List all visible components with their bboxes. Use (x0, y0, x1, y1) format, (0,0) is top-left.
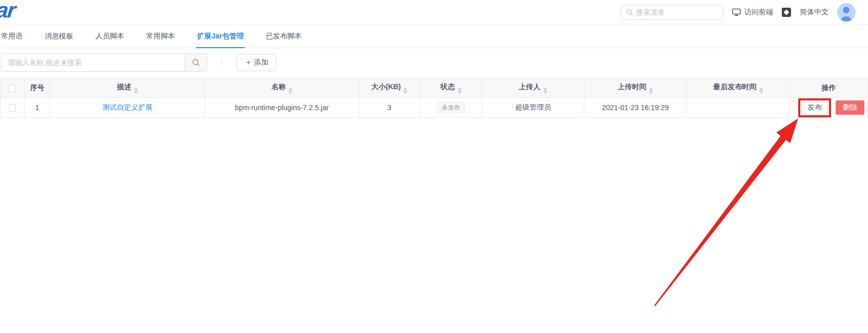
row-checkbox[interactable] (9, 105, 16, 112)
filter-search-input[interactable] (1, 53, 185, 72)
tab-common-phrases[interactable]: 常用语 (1, 25, 23, 48)
table-header-row: 序号 描述 名称 大小(KB) 状态 上传人 上传时间 (1, 78, 868, 98)
avatar-body-shape (840, 16, 852, 22)
menu-search-box[interactable] (621, 5, 723, 20)
sort-icon[interactable] (403, 88, 407, 94)
column-header-size: 大小(KB) (359, 78, 420, 98)
tab-extension-jar-management[interactable]: 扩展Jar包管理 (197, 25, 244, 48)
tab-common-scripts[interactable]: 常用脚本 (146, 25, 175, 48)
select-all-checkbox[interactable] (9, 85, 16, 92)
row-actions-cell: 发布删除 (790, 98, 868, 118)
column-header-name: 名称 (205, 78, 359, 98)
column-label: 状态 (441, 82, 455, 91)
row-uploader-cell: 超级管理员 (482, 98, 584, 118)
sort-icon[interactable] (134, 88, 138, 94)
column-label: 大小(KB) (371, 82, 401, 91)
sort-icon[interactable] (458, 88, 462, 94)
select-all-cell (1, 78, 25, 98)
visit-frontend-label: 访问前端 (744, 8, 773, 17)
column-header-index: 序号 (25, 78, 50, 98)
delete-button[interactable]: 删除 (836, 100, 864, 115)
filter-search-button[interactable] (185, 53, 207, 72)
menu-search-input[interactable] (636, 8, 718, 16)
top-bar: ar 访问前端 简体中文 (0, 0, 868, 25)
toolbar-divider (222, 59, 222, 67)
jar-package-table: 序号 描述 名称 大小(KB) 状态 上传人 上传时间 (0, 78, 868, 118)
column-label: 名称 (271, 82, 286, 91)
tab-personnel-scripts[interactable]: 人员脚本 (95, 25, 124, 48)
language-switcher[interactable]: 简体中文 (800, 8, 828, 17)
row-name-cell: bpm-runtime-plugins-7.2.5.jar (205, 98, 359, 118)
row-status-cell: 未发布 (420, 98, 482, 118)
column-label: 上传时间 (618, 82, 646, 91)
column-header-last-publish-time: 最后发布时间 (687, 78, 790, 98)
column-header-upload-time: 上传时间 (584, 78, 687, 98)
search-icon (192, 58, 200, 67)
row-size-cell: 3 (359, 98, 420, 118)
tab-published-scripts[interactable]: 已发布脚本 (266, 25, 302, 48)
row-select-cell (1, 98, 25, 118)
row-description-cell: 测试自定义扩展 (50, 98, 205, 118)
search-icon (626, 9, 633, 16)
language-label: 简体中文 (800, 8, 828, 17)
app-logo: ar (0, 0, 16, 23)
add-button[interactable]: ＋ 添加 (236, 54, 277, 71)
publish-button[interactable]: 发布 (801, 101, 828, 114)
tab-message-templates[interactable]: 消息模板 (45, 25, 73, 48)
topbar-actions: 访问前端 简体中文 (621, 0, 856, 25)
column-header-description: 描述 (50, 78, 205, 98)
row-last-publish-time-cell (687, 98, 790, 118)
annotation-highlight-box: 发布 (798, 98, 831, 117)
column-label: 操作 (822, 84, 836, 92)
row-index-cell: 1 (25, 98, 50, 118)
column-header-actions: 操作 (790, 78, 868, 98)
column-label: 上传人 (519, 82, 541, 91)
column-header-uploader: 上传人 (482, 78, 584, 98)
column-header-status: 状态 (420, 78, 482, 98)
visit-frontend-button[interactable]: 访问前端 (732, 8, 773, 17)
monitor-icon (732, 8, 741, 16)
annotation-arrow (0, 0, 868, 333)
column-label: 序号 (30, 84, 45, 92)
toolbar: ＋ 添加 (1, 53, 868, 72)
sort-icon[interactable] (759, 88, 763, 94)
sort-icon[interactable] (288, 88, 292, 94)
tab-bar: 常用语 消息模板 人员脚本 常用脚本 扩展Jar包管理 已发布脚本 (0, 25, 868, 48)
user-avatar[interactable] (837, 3, 856, 22)
row-upload-time-cell: 2021-01-23 16:19:29 (584, 98, 687, 118)
avatar-head-shape (843, 7, 850, 13)
table-row: 1 测试自定义扩展 bpm-runtime-plugins-7.2.5.jar … (1, 98, 868, 118)
column-label: 最后发布时间 (714, 82, 757, 91)
status-badge: 未发布 (437, 102, 465, 113)
fullscreen-icon[interactable] (782, 8, 791, 17)
sort-icon[interactable] (543, 88, 547, 94)
description-link[interactable]: 测试自定义扩展 (103, 103, 153, 111)
sort-icon[interactable] (649, 88, 653, 94)
column-label: 描述 (117, 82, 131, 91)
